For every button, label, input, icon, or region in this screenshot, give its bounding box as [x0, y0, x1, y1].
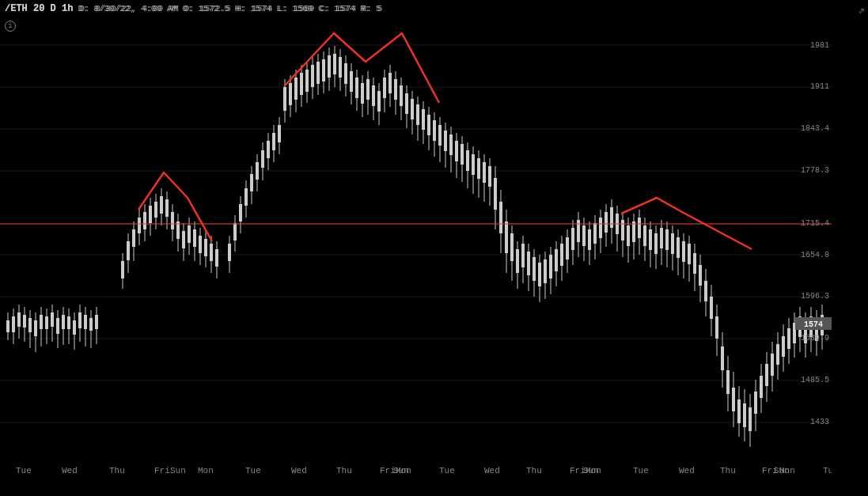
- svg-rect-139: [383, 78, 386, 98]
- svg-text:Mon: Mon: [198, 466, 214, 475]
- svg-rect-271: [749, 407, 752, 431]
- svg-rect-161: [444, 131, 447, 151]
- svg-rect-75: [199, 236, 202, 253]
- svg-rect-123: [339, 57, 342, 78]
- svg-text:Wed: Wed: [291, 466, 307, 475]
- svg-rect-247: [682, 241, 685, 262]
- svg-rect-131: [361, 83, 364, 104]
- svg-rect-269: [743, 403, 746, 427]
- svg-rect-105: [289, 83, 292, 105]
- svg-rect-37: [73, 320, 76, 335]
- svg-rect-73: [193, 229, 196, 247]
- svg-rect-273: [754, 392, 757, 414]
- svg-rect-259: [715, 316, 718, 339]
- svg-rect-13: [6, 320, 9, 332]
- svg-rect-261: [721, 346, 724, 370]
- svg-rect-201: [555, 249, 558, 271]
- svg-text:1596.3: 1596.3: [801, 292, 829, 301]
- svg-rect-85: [233, 223, 237, 240]
- svg-rect-127: [350, 71, 353, 92]
- svg-rect-43: [89, 318, 93, 331]
- svg-rect-125: [344, 63, 347, 84]
- svg-text:1778.3: 1778.3: [801, 166, 829, 175]
- svg-rect-59: [154, 202, 157, 218]
- svg-text:1574: 1574: [804, 320, 823, 329]
- svg-rect-137: [377, 91, 381, 112]
- svg-rect-97: [267, 141, 270, 158]
- svg-rect-167: [461, 144, 464, 165]
- svg-rect-217: [599, 218, 602, 238]
- svg-rect-225: [621, 220, 624, 240]
- svg-rect-141: [389, 73, 392, 93]
- svg-rect-33: [62, 315, 65, 329]
- svg-text:Mon: Mon: [586, 466, 601, 475]
- svg-rect-81: [215, 249, 218, 267]
- svg-text:Thu: Thu: [526, 466, 542, 475]
- svg-rect-41: [84, 315, 87, 329]
- svg-rect-151: [416, 104, 419, 125]
- svg-rect-243: [671, 233, 674, 254]
- svg-rect-255: [704, 281, 707, 301]
- svg-rect-109: [300, 73, 303, 95]
- svg-rect-177: [488, 166, 491, 187]
- svg-text:Thu: Thu: [336, 466, 352, 475]
- svg-rect-281: [776, 344, 779, 365]
- svg-rect-51: [132, 229, 135, 247]
- price-chart: 1574 1981 1911 1843.4 1778.3 1715.4 1654…: [0, 0, 832, 477]
- svg-rect-115: [316, 62, 320, 84]
- svg-rect-159: [438, 125, 442, 146]
- svg-rect-57: [149, 206, 152, 223]
- svg-rect-209: [577, 220, 580, 242]
- svg-rect-263: [726, 370, 730, 394]
- svg-rect-21: [28, 318, 32, 332]
- svg-rect-1: [0, 0, 832, 477]
- svg-rect-277: [765, 364, 768, 386]
- svg-rect-157: [433, 120, 436, 141]
- svg-text:1715.4: 1715.4: [801, 219, 829, 228]
- svg-rect-39: [78, 312, 81, 328]
- svg-rect-253: [699, 265, 702, 286]
- svg-text:Mon: Mon: [396, 466, 411, 475]
- svg-rect-233: [643, 225, 646, 246]
- svg-rect-61: [160, 196, 163, 214]
- svg-rect-133: [366, 79, 370, 100]
- svg-rect-267: [737, 399, 741, 423]
- zoom-icon[interactable]: ⇗: [859, 3, 865, 17]
- svg-rect-175: [483, 162, 486, 183]
- svg-rect-215: [593, 223, 597, 244]
- svg-rect-181: [499, 202, 502, 233]
- svg-rect-147: [405, 93, 408, 114]
- svg-rect-265: [732, 388, 735, 411]
- svg-text:1654.8: 1654.8: [801, 251, 829, 259]
- svg-rect-15: [12, 316, 15, 332]
- svg-rect-117: [322, 59, 325, 81]
- svg-rect-155: [427, 115, 430, 135]
- svg-text:1485.5: 1485.5: [801, 376, 829, 384]
- svg-rect-219: [605, 212, 608, 233]
- svg-rect-19: [23, 315, 26, 328]
- svg-rect-193: [533, 257, 536, 281]
- info-icon: i: [5, 21, 16, 32]
- svg-rect-53: [138, 218, 141, 233]
- svg-rect-25: [40, 315, 43, 329]
- svg-rect-111: [305, 70, 309, 92]
- svg-text:Tue: Tue: [823, 466, 832, 475]
- svg-rect-189: [521, 244, 525, 267]
- svg-rect-69: [182, 231, 185, 248]
- svg-rect-35: [67, 316, 70, 329]
- svg-text:Thu: Thu: [109, 466, 125, 475]
- svg-text:Thu: Thu: [720, 466, 736, 475]
- svg-rect-121: [333, 54, 336, 74]
- svg-rect-241: [665, 229, 669, 250]
- svg-rect-179: [494, 178, 497, 210]
- svg-rect-45: [95, 315, 98, 329]
- svg-rect-83: [228, 244, 231, 261]
- svg-rect-31: [56, 318, 59, 334]
- svg-text:Tue: Tue: [16, 466, 32, 475]
- svg-rect-205: [566, 237, 569, 259]
- svg-text:Tue: Tue: [439, 466, 455, 475]
- svg-rect-149: [411, 99, 414, 119]
- svg-rect-199: [549, 255, 552, 278]
- svg-rect-95: [261, 150, 264, 168]
- svg-rect-165: [455, 141, 458, 161]
